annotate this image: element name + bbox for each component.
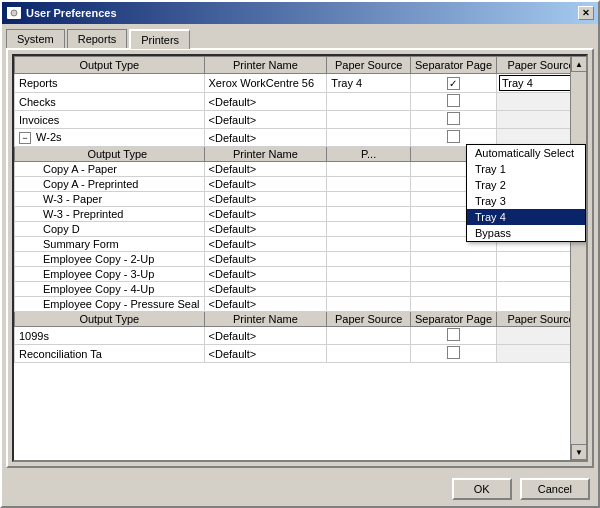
- separator-checkbox-reconciliation[interactable]: [447, 346, 460, 359]
- cell-printer-name: <Default>: [204, 297, 327, 312]
- window-title: User Preferences: [26, 7, 117, 19]
- dropdown-item-tray3[interactable]: Tray 3: [467, 193, 585, 209]
- separator-checkbox-1099s[interactable]: [447, 328, 460, 341]
- dropdown-value-reports: Tray 4: [502, 77, 570, 89]
- cell-printer-name: <Default>: [204, 207, 327, 222]
- cell-output-type: 1099s: [15, 327, 205, 345]
- cell-paper-source: [327, 267, 411, 282]
- bottom-col-paper-source: Paper Source: [327, 312, 411, 327]
- cell-paper-source: [327, 327, 411, 345]
- cell-paper-source: [327, 297, 411, 312]
- separator-checkbox-invoices[interactable]: [447, 112, 460, 125]
- user-preferences-window: User Preferences ✕ System Reports Printe…: [0, 0, 600, 508]
- bottom-bar: OK Cancel: [2, 472, 598, 506]
- cell-separator[interactable]: [410, 327, 496, 345]
- paper-source-dropdown[interactable]: Automatically Select Tray 1 Tray 2 Tray …: [466, 144, 586, 242]
- cell-output-type: Reports: [15, 74, 205, 93]
- cell-printer-name: <Default>: [204, 162, 327, 177]
- table-container[interactable]: Output Type Printer Name Paper Source Se…: [14, 56, 586, 460]
- bottom-col-separator: Separator Page: [410, 312, 496, 327]
- dropdown-item-tray4[interactable]: Tray 4: [467, 209, 585, 225]
- cell-separator[interactable]: [410, 93, 496, 111]
- scroll-track[interactable]: [571, 72, 586, 444]
- cell-printer-name: <Default>: [204, 327, 327, 345]
- table-row: Reports Xerox WorkCentre 56 Tray 4 Tray …: [15, 74, 586, 93]
- cell-output-type: Employee Copy - 4-Up: [15, 282, 205, 297]
- tab-bar: System Reports Printers: [2, 24, 598, 48]
- cell-paper-source: [327, 177, 411, 192]
- bottom-section-header: Output Type Printer Name Paper Source Se…: [15, 312, 586, 327]
- svg-point-2: [11, 10, 17, 16]
- dropdown-item-tray1[interactable]: Tray 1: [467, 161, 585, 177]
- cell-paper-source: [327, 252, 411, 267]
- cell-paper-source: [327, 345, 411, 363]
- cell-empty: [410, 282, 496, 297]
- cell-empty: [410, 252, 496, 267]
- scroll-down-button[interactable]: ▼: [571, 444, 586, 460]
- cell-output-type: Invoices: [15, 111, 205, 129]
- table-row: Employee Copy - Pressure Seal <Default>: [15, 297, 586, 312]
- tree-toggle-w2s[interactable]: −: [19, 132, 31, 144]
- cell-printer-name: <Default>: [204, 177, 327, 192]
- printers-panel: Output Type Printer Name Paper Source Se…: [12, 54, 588, 462]
- table-row: Employee Copy - 4-Up <Default>: [15, 282, 586, 297]
- cell-paper-source: [327, 192, 411, 207]
- cell-separator[interactable]: [410, 74, 496, 93]
- table-row: 1099s <Default>: [15, 327, 586, 345]
- col-output-type: Output Type: [15, 57, 205, 74]
- cancel-button[interactable]: Cancel: [520, 478, 590, 500]
- cell-paper-source: [327, 111, 411, 129]
- tab-system[interactable]: System: [6, 29, 65, 49]
- cell-output-type: Checks: [15, 93, 205, 111]
- vertical-scrollbar[interactable]: ▲ ▼: [570, 56, 586, 460]
- cell-printer-name: <Default>: [204, 129, 327, 147]
- sub-col-printer-name: Printer Name: [204, 147, 327, 162]
- cell-paper-source: [327, 207, 411, 222]
- cell-output-type: Summary Form: [15, 237, 205, 252]
- separator-checkbox-checks[interactable]: [447, 94, 460, 107]
- cell-paper-source: [327, 129, 411, 147]
- cell-separator[interactable]: [410, 345, 496, 363]
- table-row: Invoices <Default>: [15, 111, 586, 129]
- sub-col-paper-source: P...: [327, 147, 411, 162]
- cell-output-type: Reconciliation Ta: [15, 345, 205, 363]
- cell-output-type: W-3 - Preprinted: [15, 207, 205, 222]
- cell-printer-name: <Default>: [204, 282, 327, 297]
- separator-checkbox-w2s[interactable]: [447, 130, 460, 143]
- cell-paper-source: [327, 93, 411, 111]
- dropdown-item-auto[interactable]: Automatically Select: [467, 145, 585, 161]
- cell-empty: [410, 297, 496, 312]
- scroll-up-button[interactable]: ▲: [571, 56, 586, 72]
- cell-paper-source: [327, 222, 411, 237]
- cell-output-type: Employee Copy - 3-Up: [15, 267, 205, 282]
- title-bar-left: User Preferences: [6, 5, 117, 21]
- preferences-icon: [6, 5, 22, 21]
- bottom-col-output-type: Output Type: [15, 312, 205, 327]
- table-row: Employee Copy - 2-Up <Default>: [15, 252, 586, 267]
- table-row: Employee Copy - 3-Up <Default>: [15, 267, 586, 282]
- cell-paper-source: [327, 282, 411, 297]
- cell-paper-source: Tray 4: [327, 74, 411, 93]
- table-row: Checks <Default>: [15, 93, 586, 111]
- close-button[interactable]: ✕: [578, 6, 594, 20]
- tab-printers[interactable]: Printers: [129, 29, 190, 49]
- cell-printer-name: <Default>: [204, 345, 327, 363]
- dropdown-item-bypass[interactable]: Bypass: [467, 225, 585, 241]
- cell-paper-source: [327, 237, 411, 252]
- ok-button[interactable]: OK: [452, 478, 512, 500]
- cell-empty: [410, 267, 496, 282]
- cell-output-type: − W-2s: [15, 129, 205, 147]
- tab-reports[interactable]: Reports: [67, 29, 128, 49]
- cell-separator[interactable]: [410, 111, 496, 129]
- cell-output-type: Employee Copy - Pressure Seal: [15, 297, 205, 312]
- title-buttons: ✕: [578, 6, 594, 20]
- cell-paper-source: [327, 162, 411, 177]
- cell-printer-name: <Default>: [204, 222, 327, 237]
- tab-content-printers: Output Type Printer Name Paper Source Se…: [6, 48, 594, 468]
- col-separator-page: Separator Page: [410, 57, 496, 74]
- dropdown-item-tray2[interactable]: Tray 2: [467, 177, 585, 193]
- cell-output-type: W-3 - Paper: [15, 192, 205, 207]
- cell-printer-name: <Default>: [204, 111, 327, 129]
- table-row: Reconciliation Ta <Default>: [15, 345, 586, 363]
- separator-checkbox-reports[interactable]: [447, 77, 460, 90]
